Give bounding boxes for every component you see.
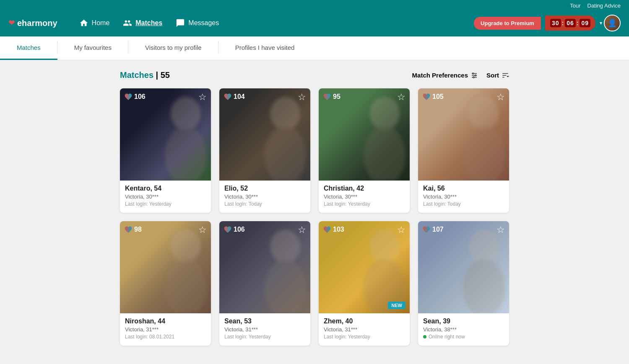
timer-seconds: 09 xyxy=(580,19,590,27)
matches-title: Matches | 55 xyxy=(120,70,170,80)
svg-point-24 xyxy=(463,259,505,313)
svg-point-4 xyxy=(475,75,476,76)
home-icon xyxy=(79,18,88,28)
favorite-star[interactable]: ☆ xyxy=(496,92,505,103)
tab-visitors[interactable]: Visitors to my profile xyxy=(128,36,218,60)
user-avatar-button[interactable]: ▾ 👤 xyxy=(600,15,621,31)
card-location: Victoria, 38*** xyxy=(423,326,504,333)
card-location: Victoria, 31*** xyxy=(224,326,305,333)
card-score: 104 xyxy=(224,93,245,101)
score-value: 104 xyxy=(234,93,245,101)
avatar-image: 👤 xyxy=(605,15,620,31)
tab-favourites[interactable]: My favourites xyxy=(57,36,128,60)
top-bar: Tour Dating Advice ❤ eharmony Home Match… xyxy=(0,0,629,36)
dating-advice-link[interactable]: Dating Advice xyxy=(587,3,621,9)
matches-separator: | xyxy=(156,70,161,80)
online-dot xyxy=(423,335,426,338)
heart-icon xyxy=(323,225,331,234)
card-image-wrap: 107 ☆ xyxy=(418,221,509,313)
card-image-wrap: 95 ☆ xyxy=(319,88,410,181)
tab-matches[interactable]: Matches xyxy=(0,36,57,60)
card-photo xyxy=(120,221,211,313)
matches-header: Matches | 55 Match Preferences Sort xyxy=(120,70,509,80)
messages-label: Messages xyxy=(188,19,219,27)
card-info: Kentaro, 54 Victoria, 30*** Last login: … xyxy=(120,181,211,213)
card-login: Last login: Yesterday xyxy=(324,201,405,207)
favorite-star[interactable]: ☆ xyxy=(198,92,207,103)
matches-label: Matches xyxy=(135,19,162,27)
svg-point-13 xyxy=(369,97,400,130)
favorite-star[interactable]: ☆ xyxy=(397,225,405,235)
sort-button[interactable]: Sort xyxy=(486,72,509,79)
match-card[interactable]: 105 ☆ Kai, 56 Victoria, 30*** Last login… xyxy=(418,88,509,213)
matches-count: 55 xyxy=(161,70,170,80)
favorite-star[interactable]: ☆ xyxy=(298,92,306,103)
card-image-wrap: 106 ☆ xyxy=(120,88,211,181)
card-score: 106 xyxy=(124,93,146,101)
svg-point-14 xyxy=(364,126,405,181)
card-location: Victoria, 31*** xyxy=(324,326,405,333)
card-score: 107 xyxy=(422,225,444,234)
card-info: Elio, 52 Victoria, 30*** Last login: Tod… xyxy=(219,181,310,213)
match-card[interactable]: 104 ☆ Elio, 52 Victoria, 30*** Last logi… xyxy=(219,88,310,213)
svg-point-15 xyxy=(469,97,499,130)
favorite-star[interactable]: ☆ xyxy=(496,225,505,235)
cards-grid: 106 ☆ Kentaro, 54 Victoria, 30*** Last l… xyxy=(120,88,509,346)
logo[interactable]: ❤ eharmony xyxy=(8,18,57,28)
avatar: 👤 xyxy=(604,15,621,31)
card-name: Kentaro, 54 xyxy=(125,185,206,192)
logo-icon: ❤ xyxy=(8,18,15,28)
card-photo xyxy=(219,88,310,181)
card-login: Last login: Yesterday xyxy=(324,334,405,340)
card-login: Last login: Yesterday xyxy=(224,334,305,340)
match-preferences-button[interactable]: Match Preferences xyxy=(412,72,478,79)
svg-point-10 xyxy=(165,126,207,181)
svg-point-18 xyxy=(165,259,207,313)
card-score: 105 xyxy=(422,93,444,101)
card-photo xyxy=(219,221,310,313)
timer-minutes: 06 xyxy=(565,19,576,27)
card-score: 95 xyxy=(323,93,340,101)
card-name: Sean, 39 xyxy=(423,318,504,325)
match-card[interactable]: 106 ☆ Sean, 53 Victoria, 31*** Last logi… xyxy=(219,221,310,346)
tab-visited[interactable]: Profiles I have visited xyxy=(218,36,312,60)
card-login: Last login: Today xyxy=(423,201,504,207)
heart-icon xyxy=(224,93,232,101)
home-nav[interactable]: Home xyxy=(79,18,110,28)
card-image-wrap: 98 ☆ xyxy=(120,221,211,313)
countdown-timer: 30 : 06 : 09 xyxy=(545,15,595,31)
heart-icon xyxy=(124,225,133,234)
matches-nav[interactable]: Matches xyxy=(123,18,162,28)
home-label: Home xyxy=(92,19,110,27)
favorite-star[interactable]: ☆ xyxy=(397,92,405,103)
card-image-wrap: 104 ☆ xyxy=(219,88,310,181)
match-card[interactable]: 106 ☆ Kentaro, 54 Victoria, 30*** Last l… xyxy=(120,88,211,213)
sliders-icon xyxy=(470,72,478,79)
messages-icon xyxy=(176,18,185,28)
upgrade-button[interactable]: Upgrade to Premium xyxy=(474,17,541,30)
match-card[interactable]: 95 ☆ Christian, 42 Victoria, 30*** Last … xyxy=(319,88,410,213)
favorite-star[interactable]: ☆ xyxy=(198,225,207,235)
score-value: 106 xyxy=(234,226,245,233)
card-login: Last login: Yesterday xyxy=(125,201,206,207)
svg-point-12 xyxy=(264,126,306,181)
svg-point-11 xyxy=(270,97,300,130)
card-location: Victoria, 30*** xyxy=(423,194,504,200)
card-info: Christian, 42 Victoria, 30*** Last login… xyxy=(319,181,410,213)
card-image-wrap: 105 ☆ xyxy=(418,88,509,181)
card-login: Last login: Today xyxy=(224,201,305,207)
sort-label: Sort xyxy=(486,72,499,79)
favorite-star[interactable]: ☆ xyxy=(298,225,306,235)
card-name: Elio, 52 xyxy=(224,185,305,192)
svg-point-20 xyxy=(264,259,306,313)
messages-nav[interactable]: Messages xyxy=(176,18,219,28)
card-name: Kai, 56 xyxy=(423,185,504,192)
main-content: Matches | 55 Match Preferences Sort xyxy=(113,60,516,356)
match-card[interactable]: 103 ☆ NEW Zhem, 40 Victoria, 31*** Last … xyxy=(319,221,410,346)
match-card[interactable]: 107 ☆ Sean, 39 Victoria, 38*** Online ri… xyxy=(418,221,509,346)
match-card[interactable]: 98 ☆ Niroshan, 44 Victoria, 31*** Last l… xyxy=(120,221,211,346)
logo-text: eharmony xyxy=(17,18,57,28)
tour-link[interactable]: Tour xyxy=(570,3,580,9)
heart-icon xyxy=(224,225,232,234)
card-location: Victoria, 31*** xyxy=(125,326,206,333)
